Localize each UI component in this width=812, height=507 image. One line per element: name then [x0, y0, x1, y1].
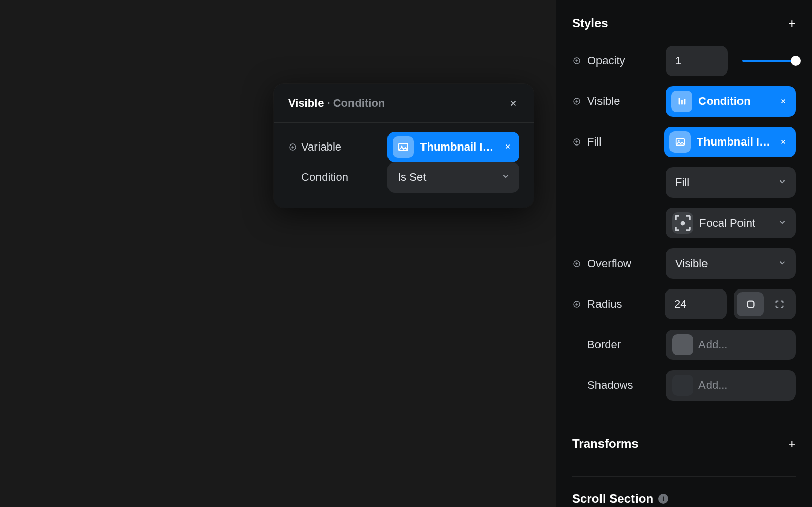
- fill-mode-select[interactable]: Fill: [666, 167, 796, 198]
- condition-select[interactable]: Is Set: [387, 162, 519, 193]
- border-swatch: [672, 334, 693, 355]
- opacity-input[interactable]: 1: [666, 46, 728, 76]
- plus-circle-icon[interactable]: [572, 300, 581, 309]
- add-transform-button[interactable]: +: [788, 437, 796, 450]
- plus-circle-icon[interactable]: [572, 259, 581, 268]
- fill-label: Fill: [587, 135, 602, 149]
- border-add-button[interactable]: Add...: [666, 330, 796, 360]
- radius-label: Radius: [587, 298, 622, 311]
- condition-label: Condition: [301, 171, 348, 184]
- condition-value: Is Set: [398, 171, 495, 184]
- shadows-row: Shadows Add...: [572, 370, 796, 401]
- transforms-section: Transforms +: [572, 421, 796, 476]
- focal-point-icon: [672, 212, 693, 234]
- radius-row: Radius 24: [572, 289, 796, 319]
- transforms-title: Transforms: [572, 437, 639, 451]
- scroll-title: Scroll Section: [572, 492, 653, 506]
- fill-mode-row: Fill: [572, 167, 796, 198]
- radius-input[interactable]: 24: [665, 289, 727, 319]
- svg-rect-7: [684, 99, 686, 104]
- plus-circle-icon[interactable]: [572, 56, 581, 65]
- canvas-area: [0, 0, 546, 507]
- visible-token-text: Condition: [698, 95, 770, 108]
- close-popover-button[interactable]: [507, 97, 519, 110]
- image-variable-icon: [669, 131, 691, 153]
- info-icon[interactable]: i: [658, 494, 668, 504]
- opacity-value: 1: [675, 54, 681, 67]
- overflow-select[interactable]: Visible: [666, 248, 796, 279]
- condition-row: Condition Is Set: [288, 162, 519, 193]
- visible-condition-popover: Visible · Condition Variable Thumbnail I…: [274, 84, 534, 208]
- chevron-down-icon: [778, 218, 787, 229]
- overflow-value: Visible: [675, 257, 771, 270]
- variable-label: Variable: [301, 140, 341, 154]
- shadows-label: Shadows: [587, 379, 633, 392]
- add-style-button[interactable]: +: [788, 17, 796, 30]
- opacity-label: Opacity: [587, 54, 625, 67]
- visible-row: Visible Condition: [572, 86, 796, 117]
- visible-token[interactable]: Condition: [666, 86, 796, 117]
- focal-point-select[interactable]: Focal Point: [666, 208, 796, 238]
- scroll-section: Scroll Section i: [572, 476, 796, 507]
- image-variable-icon: [393, 136, 414, 158]
- fill-row: Fill Thumbnail I…: [572, 127, 796, 157]
- variable-token-text: Thumbnail I…: [420, 140, 493, 154]
- properties-panel: Styles + Opacity 1 Visible: [556, 0, 812, 507]
- svg-rect-1: [399, 143, 408, 151]
- chevron-down-icon: [778, 177, 787, 188]
- opacity-slider[interactable]: [742, 60, 796, 62]
- fill-token-text: Thumbnail I…: [697, 135, 770, 149]
- popover-title: Visible: [288, 97, 324, 110]
- visible-label: Visible: [587, 95, 620, 108]
- close-icon: [509, 99, 518, 108]
- svg-rect-14: [747, 301, 754, 308]
- overflow-label: Overflow: [587, 257, 631, 270]
- shadows-placeholder: Add...: [698, 379, 727, 392]
- radius-per-corner-button[interactable]: [766, 292, 793, 316]
- clear-fill-button[interactable]: [776, 136, 790, 148]
- fill-focal-row: Focal Point: [572, 208, 796, 238]
- fill-token[interactable]: Thumbnail I…: [664, 127, 796, 157]
- overflow-row: Overflow Visible: [572, 248, 796, 279]
- plus-circle-icon[interactable]: [572, 137, 581, 147]
- radius-mode-toggle: [734, 289, 796, 319]
- svg-point-11: [681, 222, 684, 224]
- variable-token[interactable]: Thumbnail I…: [387, 132, 519, 162]
- clear-variable-button[interactable]: [502, 142, 513, 153]
- plus-circle-icon[interactable]: [572, 97, 581, 106]
- chevron-down-icon: [778, 258, 787, 269]
- opacity-row: Opacity 1: [572, 46, 796, 76]
- shadows-add-button[interactable]: Add...: [666, 370, 796, 401]
- title-separator: ·: [327, 97, 330, 110]
- shadows-swatch: [672, 375, 693, 396]
- fill-mode-value: Fill: [675, 176, 771, 189]
- focal-point-value: Focal Point: [699, 216, 771, 230]
- radius-uniform-button[interactable]: [737, 292, 764, 316]
- add-override-icon[interactable]: [288, 142, 297, 152]
- chevron-down-icon: [501, 172, 510, 183]
- condition-icon: [671, 91, 692, 112]
- svg-rect-6: [681, 100, 683, 104]
- variable-row: Variable Thumbnail I…: [288, 132, 519, 162]
- border-row: Border Add...: [572, 330, 796, 360]
- radius-value: 24: [674, 298, 686, 311]
- svg-rect-9: [676, 139, 684, 146]
- styles-title: Styles: [572, 16, 608, 30]
- clear-visible-button[interactable]: [776, 96, 790, 107]
- svg-rect-5: [679, 98, 680, 105]
- popover-subtitle: Condition: [333, 97, 385, 110]
- border-label: Border: [587, 338, 621, 351]
- styles-section: Styles + Opacity 1 Visible: [572, 0, 796, 421]
- slider-knob[interactable]: [791, 56, 801, 66]
- border-placeholder: Add...: [698, 338, 727, 351]
